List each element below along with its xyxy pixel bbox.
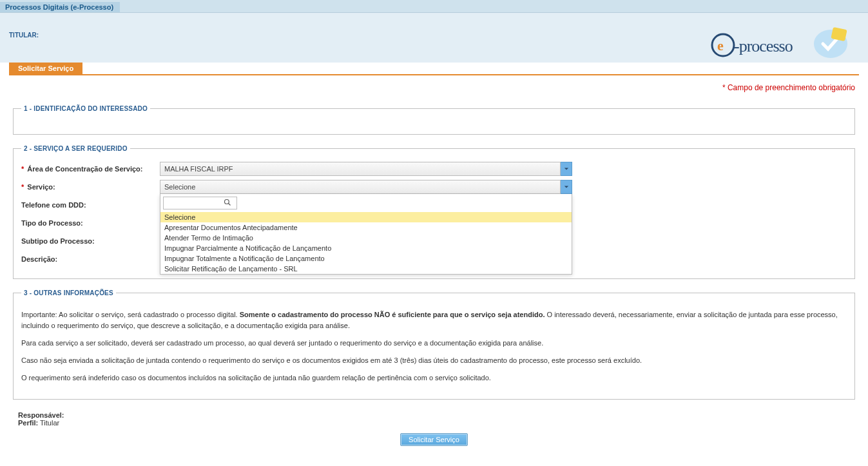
- svg-text:e: e: [717, 37, 724, 53]
- chevron-down-icon: [564, 166, 569, 171]
- breadcrumb-title: Processos Digitais (e-Processo): [0, 2, 120, 12]
- label-servico: * Serviço:: [21, 183, 160, 191]
- search-icon: [222, 199, 233, 208]
- svg-line-6: [229, 204, 231, 206]
- dropdown-search[interactable]: [163, 197, 237, 209]
- combo-area[interactable]: [160, 162, 572, 176]
- titular-label: TITULAR:: [9, 32, 39, 39]
- solicitar-servico-button[interactable]: Solicitar Serviço: [400, 433, 468, 446]
- combo-servico-input[interactable]: [160, 180, 561, 194]
- fieldset-identificacao: 1 - IDENTIFICAÇÃO DO INTERESSADO: [13, 105, 855, 135]
- info-paragraph-3: Caso não seja enviada a solicitação de j…: [21, 355, 847, 366]
- eprocesso-logo: e -processo: [708, 24, 850, 64]
- combo-area-trigger[interactable]: [561, 162, 572, 176]
- legend-outras-info: 3 - OUTRAS INFORMAÇÕES: [21, 289, 116, 296]
- info-paragraph-1: Importante: Ao solicitar o serviço, será…: [21, 309, 847, 331]
- dropdown-item[interactable]: Selecione: [160, 212, 572, 222]
- perfil-label: Perfil:: [18, 419, 38, 427]
- combo-area-input[interactable]: [160, 162, 561, 176]
- label-area: * Área de Concentração de Serviço:: [21, 165, 160, 173]
- legend-identificacao: 1 - IDENTIFICAÇÃO DO INTERESSADO: [21, 105, 150, 112]
- svg-point-5: [225, 200, 229, 204]
- dropdown-list: Selecione Apresentar Documentos Antecipa…: [160, 212, 572, 274]
- breadcrumb-bar: Processos Digitais (e-Processo): [0, 0, 868, 13]
- perfil-value: Titular: [38, 419, 59, 427]
- responsavel-block: Responsável: Perfil: Titular: [18, 411, 859, 427]
- label-tipo-processo: Tipo do Processo:: [21, 219, 160, 227]
- dropdown-item[interactable]: Atender Termo de Intimação: [160, 233, 572, 243]
- section-title-bar: Solicitar Serviço: [9, 63, 859, 75]
- section-tab: Solicitar Serviço: [9, 63, 82, 74]
- info-paragraph-4: O requerimento será indeferido caso os d…: [21, 373, 847, 383]
- required-note: * Campo de preenchimento obrigatório: [0, 78, 868, 95]
- label-telefone: Telefone com DDD:: [21, 201, 160, 209]
- label-subtipo-processo: Subtipo do Processo:: [21, 237, 160, 245]
- responsavel-label: Responsável:: [18, 411, 64, 419]
- dropdown-search-input[interactable]: [164, 198, 222, 208]
- dropdown-panel-servico: Selecione Apresentar Documentos Antecipa…: [160, 194, 572, 275]
- header: TITULAR: e -processo: [0, 13, 868, 63]
- chevron-down-icon: [564, 184, 569, 189]
- combo-servico-trigger[interactable]: [561, 180, 572, 194]
- dropdown-item[interactable]: Impugnar Totalmente a Notificação de Lan…: [160, 253, 572, 264]
- combo-servico[interactable]: Selecione Apresentar Documentos Antecipa…: [160, 180, 572, 194]
- legend-servico: 2 - SERVIÇO A SER REQUERIDO: [21, 145, 130, 152]
- svg-text:-processo: -processo: [734, 37, 793, 55]
- dropdown-item[interactable]: Impugnar Parcialmente a Notificação de L…: [160, 243, 572, 253]
- dropdown-item[interactable]: Solicitar Retificação de Lançamento - SR…: [160, 264, 572, 274]
- fieldset-outras-info: 3 - OUTRAS INFORMAÇÕES Importante: Ao so…: [13, 289, 855, 400]
- label-descricao: Descrição:: [21, 255, 160, 263]
- fieldset-servico: 2 - SERVIÇO A SER REQUERIDO * Área de Co…: [13, 145, 855, 279]
- dropdown-item[interactable]: Apresentar Documentos Antecipadamente: [160, 222, 572, 233]
- info-paragraph-2: Para cada serviço a ser solicitado, deve…: [21, 338, 847, 349]
